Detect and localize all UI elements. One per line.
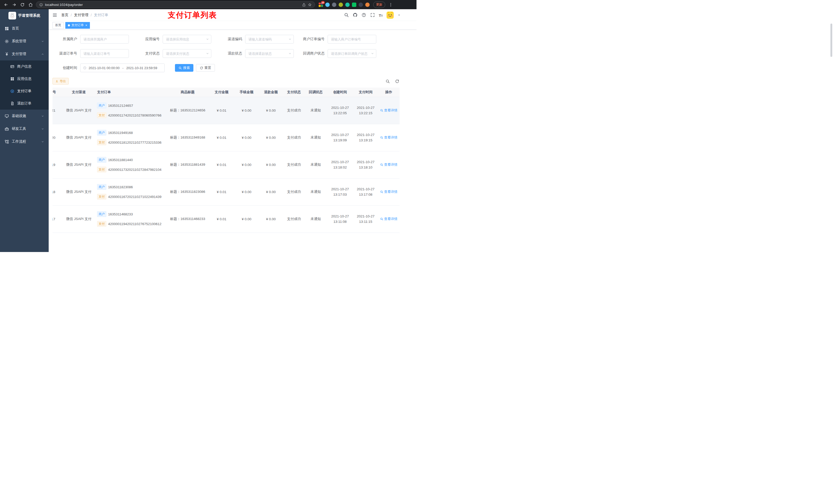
green-check-extension[interactable] bbox=[345, 3, 350, 7]
date-start-value[interactable]: 2021-10-01 00:00:00 bbox=[89, 66, 120, 70]
filter-refund-status-field[interactable] bbox=[245, 49, 294, 58]
tab-home[interactable]: 首页 bbox=[52, 22, 64, 29]
extension-badge: 10 bbox=[321, 1, 325, 4]
view-detail-link[interactable]: 查看详情 bbox=[380, 135, 398, 140]
bookmark-star-icon[interactable] bbox=[308, 3, 312, 7]
view-detail-link[interactable]: 查看详情 bbox=[380, 162, 398, 167]
sidebar-item-refund-order[interactable]: 退款订单 bbox=[0, 97, 49, 110]
chrome-menu-icon[interactable] bbox=[388, 2, 394, 7]
filter-owner-merchant-input[interactable] bbox=[80, 35, 129, 44]
refresh-table-icon[interactable] bbox=[395, 79, 399, 83]
filter-channel-order-no-input[interactable] bbox=[80, 49, 129, 58]
filter-notify-status-select[interactable] bbox=[328, 49, 376, 58]
colorful-grid-extension[interactable]: 10 bbox=[319, 3, 323, 7]
close-tab-icon[interactable]: × bbox=[85, 24, 87, 27]
back-icon[interactable] bbox=[3, 2, 9, 7]
filter-field-channel-order-no: 渠道订单号 bbox=[52, 49, 129, 58]
pay-tag: 支付 bbox=[97, 167, 106, 172]
sidebar-item-label: 工作流程 bbox=[12, 139, 26, 144]
filter-field-notify-status: 回调商户状态 bbox=[300, 49, 376, 58]
forward-icon[interactable] bbox=[11, 2, 17, 7]
sidebar-item-system[interactable]: 系统管理 bbox=[0, 35, 49, 48]
filter-app-no-field[interactable] bbox=[163, 35, 211, 44]
reset-button[interactable]: 重置 bbox=[196, 64, 215, 72]
font-size-icon[interactable]: TT bbox=[379, 13, 383, 18]
toolbox-icon bbox=[5, 127, 9, 131]
cell-pay-order: 商户1635311823086支付42000011672021102710224… bbox=[94, 178, 166, 206]
search-button[interactable]: 搜索 bbox=[175, 64, 193, 72]
blue-drop-extension[interactable] bbox=[325, 3, 330, 7]
view-detail-link[interactable]: 查看详情 bbox=[380, 108, 398, 113]
sidebar-item-label: 基础设施 bbox=[12, 114, 26, 118]
filter-field-merchant-order-no: 商户订单编号 bbox=[300, 35, 376, 44]
breadcrumb-home[interactable]: 首页 bbox=[61, 13, 68, 18]
address-bar[interactable]: localhost:1024/pay/order bbox=[36, 1, 315, 8]
cell-title: 标题：1635311823086 bbox=[166, 178, 209, 206]
sidebar-item-merchant-info[interactable]: 商户信息 bbox=[0, 61, 49, 73]
cell-channel bbox=[64, 233, 94, 243]
filter-owner-merchant-field[interactable] bbox=[80, 35, 129, 44]
reload-icon[interactable] bbox=[20, 2, 25, 7]
help-icon[interactable] bbox=[361, 13, 366, 18]
github-icon[interactable] bbox=[353, 13, 358, 18]
filter-refund-status-select[interactable] bbox=[245, 49, 294, 58]
tab-label: 支付订单 bbox=[71, 23, 84, 27]
avatar[interactable] bbox=[386, 11, 394, 19]
merchant-tag: 商户 bbox=[97, 211, 106, 217]
cell-refund bbox=[259, 233, 283, 243]
filter-merchant-order-no-input[interactable] bbox=[328, 35, 376, 44]
tab-pay-order[interactable]: 支付订单 × bbox=[65, 22, 90, 29]
sidebar-item-workflow[interactable]: 工作流程 bbox=[0, 135, 49, 148]
export-button[interactable]: 导出 bbox=[52, 78, 69, 85]
pay-tag: 支付 bbox=[97, 194, 106, 199]
update-button[interactable]: 更新 bbox=[373, 2, 385, 8]
extensions-area: 10 bbox=[319, 3, 370, 7]
sidebar-item-home[interactable]: 首页 bbox=[0, 22, 49, 35]
gray-circle-extension[interactable] bbox=[332, 3, 336, 7]
sidebar-item-app-info[interactable]: 应用信息 bbox=[0, 73, 49, 85]
column-header: 支付时间 bbox=[354, 88, 378, 97]
caret-down-icon[interactable] bbox=[398, 14, 401, 17]
logo[interactable]: 芋道管理系统 bbox=[0, 9, 49, 22]
chevron-up-icon bbox=[41, 53, 44, 55]
create-time-range-picker[interactable]: 2021-10-01 00:00:00 - 2021-10-31 23:59:5… bbox=[80, 64, 165, 72]
filter-notify-status-field[interactable] bbox=[328, 49, 376, 58]
orange-face-extension[interactable] bbox=[365, 3, 370, 7]
sidebar-item-pay-order[interactable]: 支付订单 bbox=[0, 85, 49, 97]
breadcrumb-pay-manage[interactable]: 支付管理 bbox=[74, 13, 88, 18]
home-icon[interactable] bbox=[28, 2, 33, 7]
cell-notify: 未通知 bbox=[305, 151, 327, 178]
column-header: 回调状态 bbox=[305, 88, 327, 97]
filter-pay-status-select[interactable] bbox=[163, 49, 211, 58]
filter-field-create-time: 创建时间 2021-10-01 00:00:00 - 2021-10-31 23… bbox=[52, 64, 165, 72]
view-detail-link[interactable]: 查看详情 bbox=[380, 190, 398, 194]
cell-channel: 微信 JSAPI 支付 bbox=[64, 206, 94, 233]
filter-channel-code-field[interactable] bbox=[245, 35, 294, 44]
cell-pay-order: 商户1635311457136 bbox=[94, 233, 166, 243]
search-icon[interactable] bbox=[344, 13, 349, 18]
workflow-icon bbox=[5, 140, 9, 144]
search-toggle-icon[interactable] bbox=[385, 79, 390, 83]
sidebar-item-infrastructure[interactable]: 基础设施 bbox=[0, 110, 49, 122]
filter-app-no-select[interactable] bbox=[163, 35, 211, 44]
green-chat-extension[interactable] bbox=[352, 3, 356, 7]
filter-merchant-order-no-field[interactable] bbox=[328, 35, 376, 44]
cell-amount: ¥ 0.01 bbox=[209, 206, 234, 233]
site-info-icon[interactable] bbox=[39, 3, 43, 7]
page-content: 所属商户应用编号渠道编码商户订单编号 渠道订单号支付状态退款状态回调商户状态 创… bbox=[49, 30, 416, 252]
date-end-value[interactable]: 2021-10-31 23:59:59 bbox=[126, 66, 157, 70]
merchant-tag: 商户 bbox=[97, 184, 106, 190]
sidebar-item-dev-tools[interactable]: 研发工具 bbox=[0, 122, 49, 135]
filter-channel-order-no-field[interactable] bbox=[80, 49, 129, 58]
view-detail-link[interactable]: 查看详情 bbox=[380, 217, 398, 221]
sidebar-item-payment[interactable]: 支付管理 bbox=[0, 48, 49, 61]
filter-channel-code-select[interactable] bbox=[245, 35, 294, 44]
filter-field-pay-status: 支付状态 bbox=[135, 49, 211, 58]
dark-pin-extension[interactable] bbox=[359, 3, 363, 7]
share-icon[interactable] bbox=[302, 3, 306, 7]
fullscreen-icon[interactable] bbox=[370, 13, 375, 18]
filter-pay-status-field[interactable] bbox=[163, 49, 211, 58]
hamburger-icon[interactable] bbox=[52, 13, 57, 18]
column-header: 支付订单 bbox=[94, 88, 166, 97]
olive-circle-extension[interactable] bbox=[339, 3, 343, 7]
